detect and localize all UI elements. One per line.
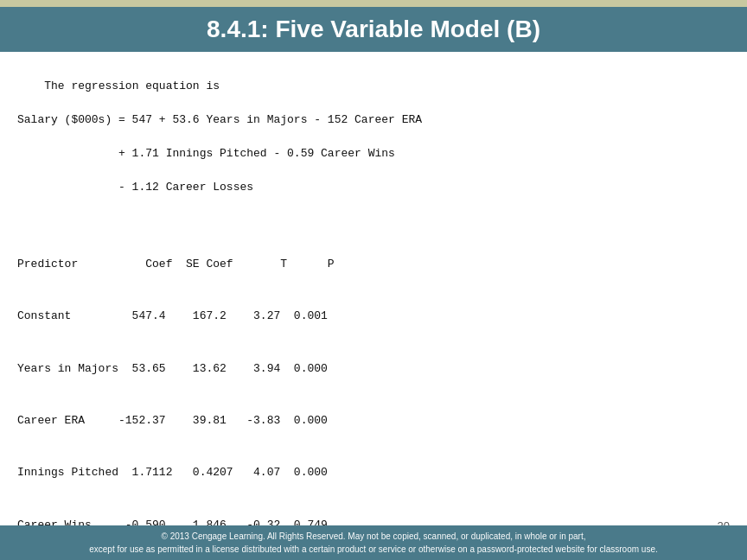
predictor-header: Predictor Coef SE Coef T P (17, 256, 730, 273)
regression-equation: The regression equation is Salary ($000s… (17, 60, 730, 213)
page-title: 8.4.1: Five Variable Model (B) (207, 16, 540, 42)
eq-line3: + 1.71 Innings Pitched - 0.59 Career Win… (17, 147, 395, 160)
predictor-row-0: Constant 547.4 167.2 3.27 0.001 (17, 308, 730, 325)
eq-line2: Salary ($000s) = 547 + 53.6 Years in Maj… (17, 113, 422, 126)
predictor-row-1: Years in Majors 53.65 13.62 3.94 0.000 (17, 360, 730, 378)
header-bar (0, 0, 747, 7)
content-area: The regression equation is Salary ($000s… (0, 52, 747, 560)
eq-line4: - 1.12 Career Losses (17, 181, 253, 194)
title-bar: 8.4.1: Five Variable Model (B) (0, 7, 747, 52)
copyright-bar: © 2013 Cengage Learning. All Rights Rese… (0, 525, 747, 560)
copyright-line1: © 2013 Cengage Learning. All Rights Rese… (0, 530, 747, 543)
predictor-table: Predictor Coef SE Coef T P Constant 547.… (17, 221, 730, 561)
predictor-row-2: Career ERA -152.37 39.81 -3.83 0.000 (17, 412, 730, 430)
predictor-row-3: Innings Pitched 1.7112 0.4207 4.07 0.000 (17, 464, 730, 481)
copyright-line2: except for use as permitted in a license… (0, 543, 747, 556)
eq-line1: The regression equation is (44, 80, 220, 92)
